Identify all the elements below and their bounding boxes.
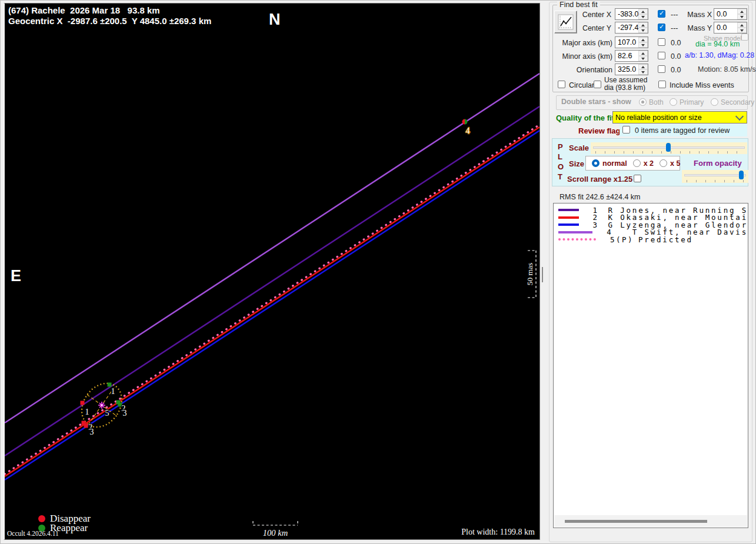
spin-down-button[interactable] bbox=[638, 14, 648, 19]
minor-axis-value[interactable]: 82.6 bbox=[615, 51, 638, 61]
chord-3-label: 3 bbox=[90, 428, 94, 436]
mas-scale-label: 50 mas bbox=[525, 253, 535, 295]
minor-axis-fit-checkbox[interactable] bbox=[658, 52, 665, 59]
chord-4-line[interactable] bbox=[5, 74, 539, 423]
center-y-input[interactable]: -297.4 bbox=[615, 22, 648, 34]
spin-down-button[interactable] bbox=[638, 42, 648, 48]
center-x-value[interactable]: -383.0 bbox=[615, 9, 638, 19]
major-axis-value[interactable]: 107.0 bbox=[615, 37, 638, 48]
plot-title-line2: Geocentric X -2987.6 ±200.5 Y 4845.0 ±26… bbox=[8, 16, 211, 26]
size-radio-group: normal x 2 x 5 bbox=[585, 156, 680, 171]
spin-up-button[interactable] bbox=[737, 9, 747, 14]
chord-1-line[interactable] bbox=[5, 106, 539, 456]
double-stars-primary-label: Primary bbox=[680, 98, 704, 106]
form-opacity-label: Form opacity bbox=[694, 159, 742, 168]
size-x2-radio[interactable] bbox=[633, 159, 641, 167]
plot-controls-title: PLOT bbox=[558, 142, 565, 182]
quality-of-fit-dropdown[interactable]: No reliable position or size bbox=[612, 111, 747, 124]
scroll-range-checkbox[interactable] bbox=[634, 175, 641, 182]
scale-slider-thumb[interactable] bbox=[666, 143, 671, 152]
center-x-fixed-label: --- bbox=[671, 11, 678, 19]
chart-icon bbox=[558, 14, 574, 30]
circular-checkbox[interactable] bbox=[558, 81, 565, 88]
center-x-input[interactable]: -383.0 bbox=[615, 8, 648, 20]
minor-axis-fit-value: 0.0 bbox=[671, 52, 681, 61]
center-x-label: Center X bbox=[574, 11, 611, 19]
orientation-fit-value: 0.0 bbox=[671, 66, 681, 74]
spin-down-button[interactable] bbox=[638, 28, 648, 33]
size-x5-label: x 5 bbox=[670, 159, 680, 168]
plot-svg: 1 1 2 3 2 3 4 5 bbox=[5, 4, 539, 539]
major-axis-input[interactable]: 107.0 bbox=[615, 36, 648, 48]
horizontal-scrollbar[interactable] bbox=[554, 515, 747, 527]
minor-axis-input[interactable]: 82.6 bbox=[615, 50, 648, 62]
rms-fit-readout: RMS fit 242.6 ±424.4 km bbox=[559, 193, 640, 201]
disappear-legend-dot bbox=[38, 515, 45, 522]
occultation-plot-canvas[interactable]: 1 1 2 3 2 3 4 5 (674) Rachele 2026 Mar 1… bbox=[4, 3, 540, 540]
chord-2-swatch bbox=[558, 216, 579, 219]
chord-5-swatch bbox=[558, 238, 596, 241]
minor-axis-label: Minor axis (km) bbox=[558, 52, 612, 61]
orientation-value[interactable]: 325.0 bbox=[615, 64, 638, 75]
form-opacity-slider[interactable] bbox=[682, 170, 748, 183]
double-stars-both-radio[interactable] bbox=[639, 98, 647, 106]
double-stars-secondary-label: Secondary bbox=[721, 98, 754, 106]
chord-number: 3 bbox=[593, 221, 608, 229]
mass-y-label: Mass Y bbox=[687, 24, 712, 32]
scale-slider[interactable] bbox=[591, 142, 747, 154]
spin-down-button[interactable] bbox=[638, 69, 648, 75]
disappear-marker-1 bbox=[81, 401, 85, 405]
scale-bar-label: 100 km bbox=[252, 528, 299, 538]
major-axis-fit-checkbox[interactable] bbox=[658, 38, 665, 46]
spin-up-button[interactable] bbox=[638, 37, 648, 42]
major-axis-fit-value: 0.0 bbox=[671, 39, 681, 47]
disappear-marker-3 bbox=[84, 424, 88, 428]
mass-y-input[interactable]: 0.0 bbox=[714, 22, 747, 34]
chord-5-label: 5 bbox=[105, 409, 109, 418]
list-item[interactable]: 5(P) Predicted bbox=[554, 236, 748, 243]
spin-up-button[interactable] bbox=[638, 51, 648, 56]
chord-observer-name: Predicted bbox=[638, 235, 693, 244]
scrollbar-thumb[interactable] bbox=[565, 520, 707, 523]
center-x-fit-checkbox[interactable] bbox=[658, 10, 665, 18]
reappear-marker-4 bbox=[465, 119, 468, 125]
major-axis-label: Major axis (km) bbox=[558, 39, 612, 47]
ellipse-center-marker bbox=[98, 402, 105, 409]
reappear-marker-1 bbox=[108, 383, 112, 387]
size-normal-label: normal bbox=[602, 159, 627, 168]
spin-up-button[interactable] bbox=[638, 22, 648, 28]
review-flags-checkbox[interactable] bbox=[622, 126, 630, 134]
spin-down-button[interactable] bbox=[737, 28, 747, 33]
center-y-fixed-label: --- bbox=[671, 24, 678, 32]
include-miss-events-checkbox[interactable] bbox=[658, 81, 666, 88]
form-opacity-slider-thumb[interactable] bbox=[739, 171, 744, 179]
spin-down-button[interactable] bbox=[638, 56, 648, 61]
chord-legend-list[interactable]: 1 R Jones, near Running S 2 K Okasaki, n… bbox=[553, 203, 748, 528]
chord-3-swatch bbox=[558, 223, 579, 226]
mass-x-input[interactable]: 0.0 bbox=[714, 8, 747, 20]
slider-groove bbox=[684, 174, 746, 176]
mass-x-label: Mass X bbox=[687, 11, 712, 19]
use-assumed-dia-checkbox[interactable] bbox=[594, 81, 601, 88]
chord-1-label: 1 bbox=[111, 387, 115, 396]
double-stars-secondary-radio[interactable] bbox=[711, 98, 718, 106]
center-y-fit-checkbox[interactable] bbox=[658, 24, 665, 31]
mass-y-value[interactable]: 0.0 bbox=[714, 22, 737, 33]
size-normal-radio[interactable] bbox=[592, 159, 600, 167]
chevron-down-icon bbox=[735, 112, 744, 121]
spin-up-button[interactable] bbox=[737, 22, 747, 28]
size-x5-radio[interactable] bbox=[660, 159, 667, 167]
spin-up-button[interactable] bbox=[638, 64, 648, 69]
spin-up-button[interactable] bbox=[638, 9, 648, 14]
splitter-handle[interactable] bbox=[542, 267, 543, 282]
mass-x-value[interactable]: 0.0 bbox=[714, 9, 737, 19]
orientation-input[interactable]: 325.0 bbox=[615, 64, 648, 75]
motion-readout: Motion: 8.05 km/s bbox=[698, 65, 756, 74]
spin-down-button[interactable] bbox=[737, 14, 747, 19]
shape-model-checkbox[interactable] bbox=[741, 34, 748, 41]
chord-3-label: 3 bbox=[123, 409, 127, 418]
double-stars-both-label: Both bbox=[649, 98, 664, 106]
orientation-fit-checkbox[interactable] bbox=[658, 65, 665, 73]
center-y-value[interactable]: -297.4 bbox=[615, 22, 638, 33]
double-stars-primary-radio[interactable] bbox=[670, 98, 677, 106]
